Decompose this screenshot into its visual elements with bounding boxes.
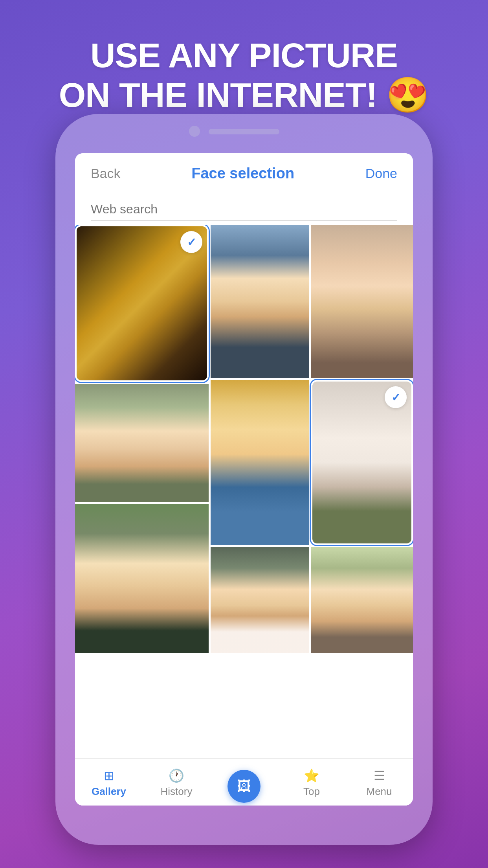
nav-item-gallery[interactable]: ⊞ Gallery — [75, 768, 143, 798]
headline-line1: USE ANY PICTURE — [0, 35, 488, 75]
face-cell-young-man[interactable] — [211, 225, 309, 378]
gallery-icon: ⊞ — [104, 768, 114, 783]
nav-item-menu[interactable]: ☰ Menu — [345, 768, 413, 798]
add-fab-icon: 🖼 — [237, 778, 251, 795]
nav-item-history[interactable]: 🕐 History — [143, 768, 210, 798]
menu-icon: ☰ — [374, 768, 385, 783]
add-fab-button[interactable]: 🖼 — [227, 770, 261, 803]
nav-label-history: History — [161, 785, 193, 798]
nav-item-top[interactable]: ⭐ Top — [278, 768, 345, 798]
top-icon: ⭐ — [304, 768, 319, 783]
face-cell-older-man[interactable]: ✓ — [311, 380, 413, 545]
face-cell-woman[interactable] — [311, 225, 413, 378]
face-cell-girl-smiling[interactable] — [75, 384, 209, 502]
top-bar: Back Face selection Done — [75, 153, 413, 190]
image-grid: ✓ ✓ — [75, 225, 413, 758]
back-button[interactable]: Back — [91, 166, 121, 181]
nav-label-menu: Menu — [366, 785, 392, 798]
grid-container: ✓ ✓ — [75, 225, 413, 758]
headline-emoji: 😍 — [386, 75, 429, 114]
bottom-nav: ⊞ Gallery 🕐 History 🖼 ⭐ Top ☰ Menu — [75, 758, 413, 806]
face-cell-young-man2[interactable] — [75, 504, 209, 653]
done-button[interactable]: Done — [365, 166, 397, 181]
nav-label-top: Top — [303, 785, 320, 798]
face-cell-painting[interactable]: ✓ — [75, 225, 209, 382]
face-cell-blonde-woman[interactable] — [211, 380, 309, 545]
face-cell-young-man3[interactable] — [311, 547, 413, 653]
nav-label-gallery: Gallery — [92, 785, 126, 798]
phone-camera — [189, 126, 200, 137]
history-icon: 🕐 — [169, 768, 184, 783]
search-bar-container — [75, 190, 413, 225]
headline-line2: ON THE INTERNET! 😍 — [0, 75, 488, 115]
phone-speaker — [209, 129, 279, 134]
search-input[interactable] — [91, 198, 397, 221]
screen-title: Face selection — [191, 165, 294, 182]
check-badge-older-man: ✓ — [385, 386, 407, 408]
phone-frame-wrapper: Back Face selection Done ✓ — [55, 114, 433, 845]
headline-section: USE ANY PICTURE ON THE INTERNET! 😍 — [0, 0, 488, 130]
phone-screen: Back Face selection Done ✓ — [75, 153, 413, 806]
check-badge-painting: ✓ — [180, 231, 202, 253]
face-cell-curly-woman[interactable] — [211, 547, 309, 653]
